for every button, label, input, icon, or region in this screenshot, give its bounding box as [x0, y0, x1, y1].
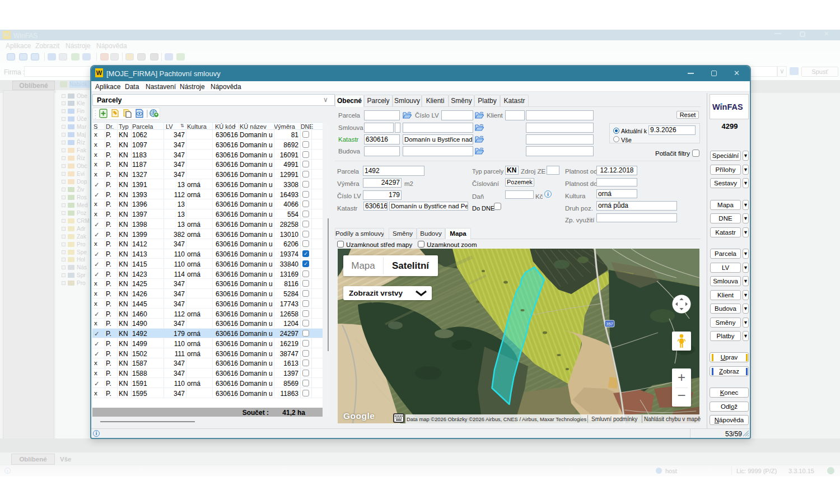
svg-text:357: 357: [606, 321, 613, 326]
